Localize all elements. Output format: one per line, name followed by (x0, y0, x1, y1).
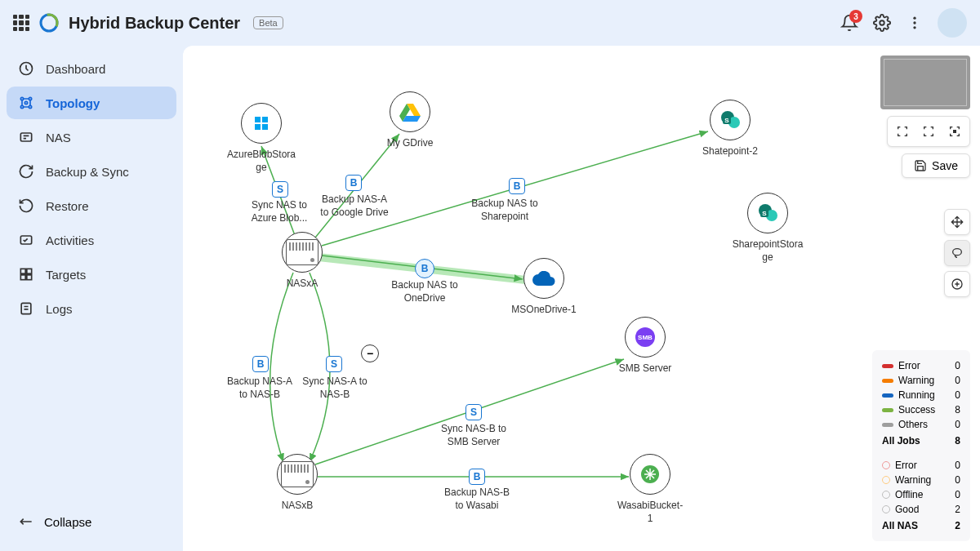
svg-point-42 (953, 249, 962, 256)
svg-point-8 (29, 97, 31, 100)
fullscreen-icon[interactable] (943, 120, 966, 143)
legend-row: Error0 (882, 358, 960, 373)
sidebar-item-restore[interactable]: Restore (7, 189, 176, 222)
sidebar-item-logs[interactable]: Logs (7, 292, 176, 325)
sidebar-item-dashboard[interactable]: Dashboard (7, 52, 176, 85)
node-nasa[interactable]: NASxA (261, 232, 343, 291)
svg-rect-41 (953, 130, 956, 133)
svg-point-11 (24, 101, 27, 104)
svg-point-7 (20, 97, 23, 100)
job-label: Sync NAS-B toSMB Server (425, 423, 523, 448)
node-gdrive[interactable]: My GDrive (369, 91, 451, 150)
svg-rect-15 (27, 269, 32, 273)
sidebar-item-topology[interactable]: Topology (7, 87, 176, 119)
expand-icon[interactable] (917, 120, 940, 143)
sidebar-label: Topology (46, 96, 100, 110)
sidebar-label: Dashboard (46, 62, 105, 76)
svg-point-9 (20, 105, 23, 108)
node-sharepoint2[interactable]: SShatepoint-2 (689, 100, 771, 158)
legend-row: Warning0 (882, 473, 960, 487)
svg-text:S: S (762, 210, 767, 217)
sidebar-label: Activities (46, 233, 94, 247)
notification-icon[interactable]: 3 (840, 13, 859, 33)
svg-rect-29 (262, 124, 268, 130)
sidebar: Dashboard Topology NAS Backup & Sync Res… (0, 46, 183, 551)
sidebar-label: Targets (46, 268, 86, 282)
move-icon[interactable] (944, 209, 970, 235)
svg-rect-27 (262, 117, 268, 122)
node-nasb[interactable]: NASxB (256, 454, 338, 513)
job-badge-sync-nasb[interactable]: S (326, 356, 342, 372)
svg-text:SMB: SMB (638, 334, 653, 341)
fit-icon[interactable] (891, 120, 914, 143)
legend-row: Others0 (882, 417, 960, 432)
node-sharepointstorage[interactable]: SSharepointStorage (727, 193, 808, 264)
legend-row: Warning0 (882, 373, 960, 388)
job-badge-backup-onedrive[interactable]: B (415, 259, 434, 278)
add-icon[interactable] (944, 271, 970, 297)
notification-badge: 3 (849, 10, 862, 23)
legend-row: Error0 (882, 458, 960, 473)
collapse-button[interactable]: Collapse (7, 505, 176, 538)
avatar[interactable] (938, 8, 967, 38)
svg-point-4 (913, 21, 915, 24)
app-title: Hybrid Backup Center (69, 14, 240, 33)
job-badge-backup-gdrive[interactable]: B (345, 175, 362, 191)
job-label: Backup NAS-Bto Wasabi (428, 487, 526, 512)
job-badge-backup-sharepoint[interactable]: B (509, 178, 525, 194)
job-label: Sync NAS-A toNAS-B (286, 375, 384, 401)
svg-rect-14 (20, 269, 25, 273)
menu-icon[interactable] (905, 13, 924, 33)
sidebar-item-targets[interactable]: Targets (7, 258, 176, 291)
apps-icon[interactable] (13, 15, 29, 31)
collapse-node-icon[interactable]: − (361, 344, 379, 362)
node-onedrive[interactable]: MSOneDrive-1 (503, 258, 585, 317)
svg-rect-17 (27, 275, 32, 280)
job-label: Backup NAS toOneDrive (376, 279, 474, 304)
job-label: Backup NAS toSharepoint (456, 198, 554, 223)
sidebar-item-activities[interactable]: Activities (7, 224, 176, 256)
lasso-icon[interactable] (944, 240, 970, 266)
sidebar-item-nas[interactable]: NAS (7, 121, 176, 153)
svg-rect-26 (255, 117, 261, 122)
svg-text:S: S (724, 117, 729, 124)
job-badge-sync-smb[interactable]: S (466, 404, 482, 420)
node-wasabi[interactable]: WasabiBucket-1 (609, 454, 691, 525)
legend-row: Good2 (882, 502, 960, 517)
sidebar-label: Restore (46, 199, 89, 213)
svg-point-10 (29, 105, 31, 108)
svg-point-3 (913, 17, 915, 20)
job-badge-backup-nasb[interactable]: B (252, 356, 269, 372)
beta-badge: Beta (253, 16, 283, 29)
svg-point-5 (913, 26, 915, 29)
legend-row: Offline0 (882, 487, 960, 502)
sidebar-label: Logs (46, 302, 73, 316)
job-badge-sync-azure[interactable]: S (272, 181, 288, 198)
gear-icon[interactable] (872, 13, 892, 33)
app-logo (39, 13, 59, 33)
view-toolbar (887, 116, 970, 147)
sidebar-label: NAS (46, 131, 71, 144)
legend-row: Running0 (882, 388, 960, 402)
sidebar-label: Backup & Sync (46, 165, 129, 179)
svg-rect-12 (20, 133, 31, 141)
job-badge-backup-wasabi[interactable]: B (469, 469, 485, 485)
legend: Error0Warning0Running0Success8Others0 Al… (872, 350, 970, 541)
node-azure[interactable]: AzureBlobStorage (220, 103, 302, 174)
sidebar-item-backup[interactable]: Backup & Sync (7, 155, 176, 188)
svg-rect-16 (20, 275, 25, 280)
topology-canvas[interactable]: AzureBlobStorage My GDrive SShatepoint-2… (183, 46, 980, 551)
svg-point-2 (880, 20, 884, 25)
minimap[interactable] (880, 56, 970, 109)
job-label: Backup NAS-Ato Google Drive (305, 193, 403, 219)
save-button[interactable]: Save (902, 153, 970, 178)
collapse-label: Collapse (44, 515, 91, 529)
node-smb[interactable]: SMBSMB Server (604, 317, 686, 375)
legend-row: Success8 (882, 402, 960, 417)
svg-rect-28 (255, 124, 261, 130)
